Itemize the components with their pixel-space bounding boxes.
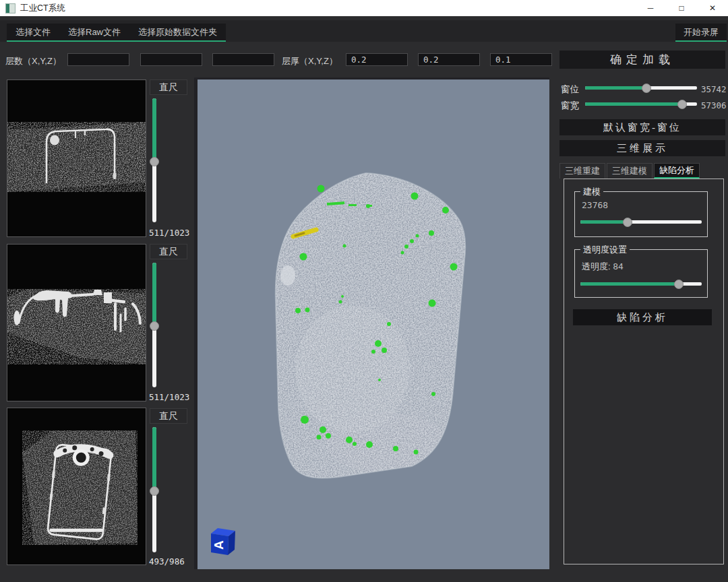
file-button-group: 选择文件 选择Raw文件 选择原始数据文件夹	[7, 24, 226, 42]
layers-label: 层数（X,Y,Z）	[5, 55, 61, 67]
render-3d-viewport[interactable]: A	[194, 77, 549, 569]
transparency-slider[interactable]	[580, 282, 702, 286]
window-width-value: 57306	[701, 100, 727, 110]
confirm-load-button[interactable]: 确定加载	[559, 51, 725, 69]
select-raw-data-folder-button[interactable]: 选择原始数据文件夹	[129, 24, 226, 40]
modeling-value: 23768	[582, 200, 608, 210]
slice-position-readout-1: 511/1023	[149, 228, 192, 238]
modeling-slider[interactable]	[580, 220, 702, 224]
window-width-label: 窗宽	[561, 100, 579, 112]
close-icon[interactable]: ✕	[697, 0, 728, 16]
maximize-icon[interactable]: □	[666, 0, 697, 16]
select-raw-file-button[interactable]: 选择Raw文件	[59, 24, 129, 40]
slice-view-axial[interactable]	[7, 79, 146, 237]
thickness-label: 层厚（X,Y,Z）	[282, 55, 338, 67]
display-3d-button[interactable]: 三维展示	[559, 140, 725, 156]
toolbar: 选择文件 选择Raw文件 选择原始数据文件夹 开始录屏	[0, 20, 728, 42]
default-wwwl-button[interactable]: 默认窗宽-窗位	[559, 119, 725, 135]
svg-text:A: A	[212, 540, 226, 550]
tab-3d-reconstruction[interactable]: 三维重建	[559, 163, 605, 179]
minimize-icon[interactable]: ─	[635, 0, 666, 16]
transparency-groupbox: 透明度设置 透明度: 84	[574, 249, 708, 298]
thickness-z-input[interactable]	[490, 53, 552, 66]
slice-position-readout-2: 511/1023	[149, 392, 192, 402]
cube-logo-icon: A	[211, 528, 235, 555]
analysis-tabs: 三维重建 三维建模 缺陷分析	[559, 163, 700, 179]
thickness-x-input[interactable]	[346, 53, 408, 66]
window-level-label: 窗位	[561, 84, 579, 96]
slice-position-slider-3[interactable]	[152, 427, 156, 552]
ruler-button-2[interactable]: 直尺	[150, 244, 187, 259]
slider-thumb[interactable]	[150, 486, 159, 496]
app-window: 工业CT系统 ─ □ ✕ 选择文件 选择Raw文件 选择原始数据文件夹 开始录屏…	[0, 0, 728, 582]
window-width-slider[interactable]	[585, 102, 697, 106]
slider-thumb[interactable]	[674, 280, 684, 289]
transparency-label: 透明度: 84	[582, 261, 624, 273]
window-title: 工业CT系统	[20, 3, 65, 14]
slice-position-slider-1[interactable]	[152, 98, 156, 222]
slider-thumb[interactable]	[150, 157, 159, 166]
slider-thumb[interactable]	[677, 100, 687, 109]
transparency-group-title: 透明度设置	[580, 244, 630, 256]
select-file-button[interactable]: 选择文件	[7, 24, 59, 40]
window-level-slider[interactable]	[585, 86, 697, 90]
slider-thumb[interactable]	[150, 321, 159, 331]
start-recording-button[interactable]: 开始录屏	[675, 24, 727, 42]
ruler-button-3[interactable]: 直尺	[150, 408, 187, 424]
tab-3d-modeling[interactable]: 三维建模	[607, 163, 653, 179]
app-icon	[5, 3, 16, 13]
ruler-button-1[interactable]: 直尺	[150, 79, 187, 95]
slice-view-sagittal[interactable]	[7, 408, 146, 565]
layers-y-input[interactable]	[140, 53, 202, 66]
layers-z-input[interactable]	[212, 53, 274, 66]
slice-position-readout-3: 493/986	[149, 556, 192, 567]
modeling-groupbox: 建模 23768	[574, 191, 708, 237]
slider-thumb[interactable]	[623, 218, 632, 227]
title-bar: 工业CT系统 ─ □ ✕	[0, 0, 728, 16]
layers-x-input[interactable]	[67, 53, 129, 66]
transparency-value: 84	[613, 261, 624, 271]
slice-view-coronal[interactable]	[7, 244, 146, 401]
tab-defect-analysis[interactable]: 缺陷分析	[654, 163, 700, 179]
run-defect-analysis-button[interactable]: 缺陷分析	[573, 309, 712, 325]
slice-position-slider-2[interactable]	[152, 263, 156, 387]
slider-thumb[interactable]	[642, 84, 651, 93]
window-level-value: 35742	[701, 84, 727, 94]
thickness-y-input[interactable]	[418, 53, 480, 66]
modeling-group-title: 建模	[580, 186, 603, 198]
